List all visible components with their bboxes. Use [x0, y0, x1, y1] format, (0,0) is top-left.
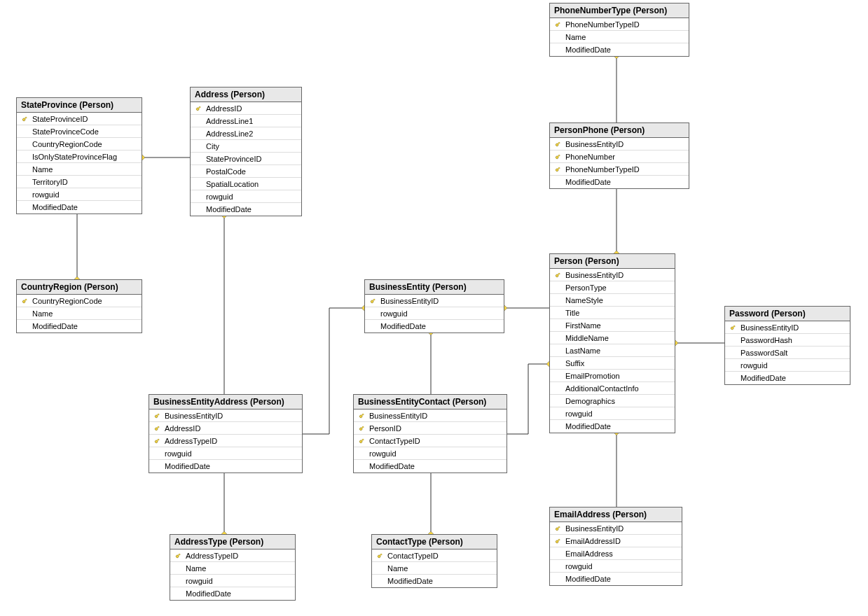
column-row[interactable]: ModifiedDate — [365, 320, 504, 332]
entity-stateprovince[interactable]: StateProvince (Person)StateProvinceIDSta… — [16, 97, 142, 214]
column-row[interactable]: StateProvinceCode — [17, 125, 142, 138]
column-row[interactable]: CountryRegionCode — [17, 138, 142, 150]
column-row[interactable]: BusinessEntityID — [725, 321, 850, 334]
column-row[interactable]: rowguid — [17, 188, 142, 201]
column-row[interactable]: PersonType — [550, 281, 675, 294]
column-row[interactable]: ContactTypeID — [372, 550, 497, 562]
column-row[interactable]: NameStyle — [550, 294, 675, 307]
column-row[interactable]: BusinessEntityID — [550, 269, 675, 281]
column-row[interactable]: Name — [372, 562, 497, 575]
column-row[interactable]: AddressLine2 — [191, 127, 301, 140]
entity-title[interactable]: BusinessEntity (Person) — [365, 280, 504, 295]
entity-emailaddress[interactable]: EmailAddress (Person)BusinessEntityIDEma… — [549, 507, 682, 586]
column-row[interactable]: BusinessEntityID — [550, 522, 682, 535]
column-row[interactable]: EmailAddressID — [550, 535, 682, 547]
entity-countryregion[interactable]: CountryRegion (Person)CountryRegionCodeN… — [16, 279, 142, 333]
entity-address[interactable]: Address (Person)AddressIDAddressLine1Add… — [190, 87, 302, 216]
column-row[interactable]: LastName — [550, 344, 675, 357]
entity-title[interactable]: BusinessEntityAddress (Person) — [149, 395, 302, 410]
column-row[interactable]: ModifiedDate — [372, 575, 497, 587]
primary-key-icon — [553, 538, 563, 545]
column-row[interactable]: BusinessEntityID — [365, 295, 504, 307]
column-row[interactable]: ModifiedDate — [17, 320, 142, 332]
entity-title[interactable]: PersonPhone (Person) — [550, 123, 689, 138]
column-row[interactable]: TerritoryID — [17, 176, 142, 188]
column-row[interactable]: ContactTypeID — [354, 435, 507, 447]
column-row[interactable]: ModifiedDate — [17, 201, 142, 214]
column-row[interactable]: AddressTypeID — [149, 435, 302, 447]
column-row[interactable]: CountryRegionCode — [17, 295, 142, 307]
column-row[interactable]: ModifiedDate — [550, 420, 675, 433]
entity-contacttype[interactable]: ContactType (Person)ContactTypeIDNameMod… — [371, 534, 497, 588]
column-row[interactable]: rowguid — [365, 307, 504, 320]
primary-key-icon — [357, 412, 366, 419]
column-row[interactable]: Title — [550, 307, 675, 319]
entity-title[interactable]: EmailAddress (Person) — [550, 507, 682, 522]
entity-title[interactable]: Password (Person) — [725, 307, 850, 321]
column-row[interactable]: AddressID — [191, 102, 301, 115]
column-row[interactable]: Name — [170, 562, 295, 575]
column-row[interactable]: BusinessEntityID — [550, 138, 689, 150]
column-row[interactable]: PhoneNumberTypeID — [550, 163, 689, 176]
column-row[interactable]: StateProvinceID — [191, 153, 301, 165]
entity-businessentity[interactable]: BusinessEntity (Person)BusinessEntityIDr… — [364, 279, 504, 333]
column-row[interactable]: rowguid — [725, 359, 850, 372]
column-row[interactable]: PersonID — [354, 422, 507, 435]
column-row[interactable]: Name — [550, 31, 689, 43]
column-row[interactable]: Name — [17, 163, 142, 176]
column-row[interactable]: AddressLine1 — [191, 115, 301, 127]
column-row[interactable]: FirstName — [550, 319, 675, 332]
column-row[interactable]: SpatialLocation — [191, 178, 301, 190]
column-row[interactable]: BusinessEntityID — [149, 410, 302, 422]
entity-title[interactable]: Person (Person) — [550, 254, 675, 269]
column-row[interactable]: PhoneNumberTypeID — [550, 18, 689, 31]
column-row[interactable]: Suffix — [550, 357, 675, 370]
column-row[interactable]: EmailAddress — [550, 547, 682, 560]
column-row[interactable]: ModifiedDate — [725, 372, 850, 384]
column-row[interactable]: Name — [17, 307, 142, 320]
column-row[interactable]: rowguid — [550, 560, 682, 573]
column-row[interactable]: MiddleName — [550, 332, 675, 344]
entity-phonenumbertype[interactable]: PhoneNumberType (Person)PhoneNumberTypeI… — [549, 3, 689, 57]
column-row[interactable]: rowguid — [354, 447, 507, 460]
entity-title[interactable]: PhoneNumberType (Person) — [550, 4, 689, 18]
entity-title[interactable]: CountryRegion (Person) — [17, 280, 142, 295]
entity-addresstype[interactable]: AddressType (Person)AddressTypeIDNamerow… — [170, 534, 296, 601]
column-row[interactable]: ModifiedDate — [550, 176, 689, 188]
entity-personphone[interactable]: PersonPhone (Person)BusinessEntityIDPhon… — [549, 122, 689, 189]
column-row[interactable]: Demographics — [550, 395, 675, 407]
entity-title[interactable]: BusinessEntityContact (Person) — [354, 395, 507, 410]
column-row[interactable]: rowguid — [170, 575, 295, 587]
column-row[interactable]: rowguid — [191, 190, 301, 203]
column-row[interactable]: StateProvinceID — [17, 113, 142, 125]
column-row[interactable]: IsOnlyStateProvinceFlag — [17, 150, 142, 163]
column-row[interactable]: PasswordHash — [725, 334, 850, 346]
column-name: ContactTypeID — [385, 552, 439, 560]
column-row[interactable]: ModifiedDate — [550, 573, 682, 585]
column-row[interactable]: AddressTypeID — [170, 550, 295, 562]
column-row[interactable]: AdditionalContactInfo — [550, 382, 675, 395]
column-row[interactable]: EmailPromotion — [550, 370, 675, 382]
column-row[interactable]: ModifiedDate — [191, 203, 301, 216]
column-row[interactable]: AddressID — [149, 422, 302, 435]
entity-title[interactable]: Address (Person) — [191, 88, 301, 102]
column-row[interactable]: PostalCode — [191, 165, 301, 178]
column-row[interactable]: BusinessEntityID — [354, 410, 507, 422]
entity-person[interactable]: Person (Person)BusinessEntityIDPersonTyp… — [549, 253, 675, 433]
entity-title[interactable]: ContactType (Person) — [372, 535, 497, 550]
column-row[interactable]: rowguid — [149, 447, 302, 460]
column-row[interactable]: PhoneNumber — [550, 150, 689, 163]
column-row[interactable]: PasswordSalt — [725, 346, 850, 359]
column-name: rowguid — [563, 410, 593, 418]
column-row[interactable]: rowguid — [550, 407, 675, 420]
column-row[interactable]: ModifiedDate — [354, 460, 507, 472]
entity-title[interactable]: AddressType (Person) — [170, 535, 295, 550]
entity-title[interactable]: StateProvince (Person) — [17, 98, 142, 113]
entity-businessentitycontact[interactable]: BusinessEntityContact (Person)BusinessEn… — [353, 394, 507, 473]
column-row[interactable]: ModifiedDate — [149, 460, 302, 472]
entity-password[interactable]: Password (Person)BusinessEntityIDPasswor… — [724, 306, 850, 385]
entity-businessentityaddress[interactable]: BusinessEntityAddress (Person)BusinessEn… — [149, 394, 303, 473]
column-row[interactable]: ModifiedDate — [170, 587, 295, 600]
column-row[interactable]: City — [191, 140, 301, 153]
column-row[interactable]: ModifiedDate — [550, 43, 689, 56]
